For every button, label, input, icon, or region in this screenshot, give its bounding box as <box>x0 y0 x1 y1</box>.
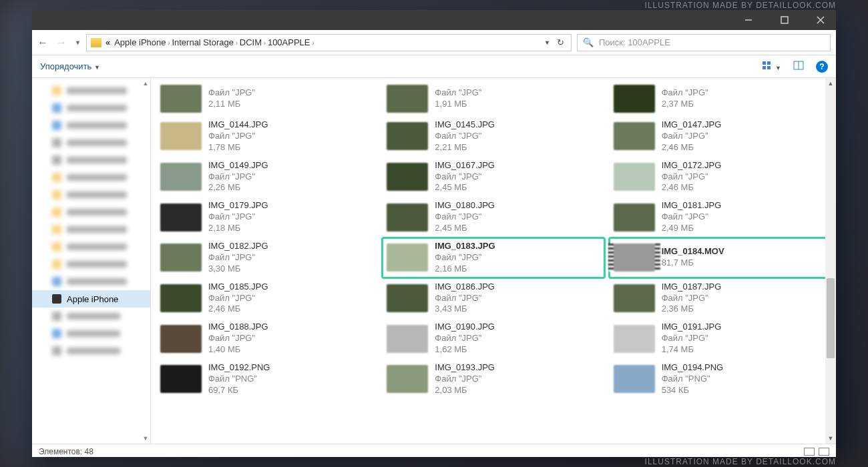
file-item[interactable]: IMG_0182.JPGФайл "JPG"3,30 МБ <box>156 238 377 278</box>
breadcrumb-2[interactable]: DCIM <box>240 37 262 47</box>
file-item[interactable]: IMG_0144.JPGФайл "JPG"1,78 МБ <box>156 117 377 156</box>
file-item[interactable]: IMG_0145.JPGФайл "JPG"2,21 МБ <box>383 117 604 156</box>
file-item[interactable]: Файл "JPG"2,11 МБ <box>156 82 377 115</box>
file-item[interactable]: IMG_0191.JPGФайл "JPG"1,74 МБ <box>610 319 831 358</box>
sidebar-item[interactable] <box>32 308 150 325</box>
file-type: Файл "JPG" <box>435 374 495 385</box>
file-type: Файл "JPG" <box>208 333 268 344</box>
file-name: IMG_0185.JPG <box>208 282 268 293</box>
file-size: 2,37 МБ <box>662 99 708 110</box>
file-item[interactable]: IMG_0167.JPGФайл "JPG"2,45 МБ <box>383 157 604 197</box>
file-type: Файл "JPG" <box>208 87 255 99</box>
file-item[interactable]: Файл "JPG"1,91 МБ <box>383 82 604 115</box>
status-bar: Элементов: 48 <box>32 444 836 458</box>
file-item[interactable]: IMG_0193.JPGФайл "JPG"2,03 МБ <box>383 360 604 399</box>
image-thumbnail <box>160 365 202 393</box>
forward-button[interactable]: → <box>56 37 67 49</box>
back-button[interactable]: ← <box>37 37 48 49</box>
sidebar-item[interactable] <box>32 151 150 169</box>
file-item[interactable]: IMG_0184.MOV81,7 МБ <box>610 238 831 278</box>
file-size: 2,46 МБ <box>662 142 722 153</box>
image-thumbnail <box>614 325 655 353</box>
help-button[interactable]: ? <box>816 61 828 73</box>
file-item[interactable]: IMG_0187.JPGФайл "JPG"2,36 МБ <box>610 279 831 318</box>
file-size: 2,45 МБ <box>435 223 495 234</box>
sidebar-item[interactable] <box>32 342 150 360</box>
refresh-button[interactable]: ↻ <box>557 37 564 47</box>
scroll-thumb[interactable] <box>827 278 835 358</box>
sidebar-item[interactable] <box>32 238 150 256</box>
sidebar-item[interactable] <box>32 99 150 117</box>
image-thumbnail <box>160 122 202 150</box>
image-thumbnail <box>614 284 655 312</box>
scroll-up-button[interactable]: ▲ <box>825 78 836 89</box>
recent-dropdown[interactable]: ▼ <box>75 39 81 46</box>
image-thumbnail <box>160 325 202 353</box>
file-size: 3,30 МБ <box>208 264 268 275</box>
main-scrollbar[interactable]: ▲ ▼ <box>825 78 836 444</box>
thumbnails-view-button[interactable] <box>819 448 829 456</box>
view-options-button[interactable]: ▼ <box>762 61 781 72</box>
file-item[interactable]: IMG_0190.JPGФайл "JPG"1,62 МБ <box>383 319 604 358</box>
sidebar-item[interactable] <box>32 203 150 221</box>
preview-pane-button[interactable] <box>793 61 804 72</box>
file-name: IMG_0186.JPG <box>435 282 495 293</box>
sidebar-item[interactable] <box>32 325 150 342</box>
file-item[interactable]: IMG_0186.JPGФайл "JPG"3,43 МБ <box>383 279 604 318</box>
close-button[interactable] <box>811 10 831 30</box>
minimize-button[interactable] <box>738 10 758 30</box>
sidebar-item[interactable] <box>32 256 150 273</box>
file-name: IMG_0180.JPG <box>435 200 495 211</box>
file-name: IMG_0179.JPG <box>208 200 268 211</box>
sidebar-item[interactable] <box>32 169 150 186</box>
file-item[interactable]: IMG_0181.JPGФайл "JPG"2,49 МБ <box>610 197 831 237</box>
svg-rect-4 <box>763 66 766 69</box>
file-type: Файл "JPG" <box>435 87 481 99</box>
file-size: 1,40 МБ <box>208 344 268 356</box>
file-size: 2,49 МБ <box>662 223 722 234</box>
file-item[interactable]: IMG_0179.JPGФайл "JPG"2,18 МБ <box>156 197 377 237</box>
scroll-down-button[interactable]: ▼ <box>825 433 836 444</box>
file-item[interactable]: IMG_0172.JPGФайл "JPG"2,46 МБ <box>610 157 831 197</box>
file-size: 2,16 МБ <box>435 264 495 275</box>
sidebar-item[interactable] <box>32 134 150 151</box>
file-item[interactable]: IMG_0149.JPGФайл "JPG"2,26 МБ <box>156 157 377 197</box>
organize-menu[interactable]: Упорядочить ▼ <box>40 61 100 71</box>
image-thumbnail <box>387 244 428 272</box>
sidebar-item-apple-iphone[interactable]: Apple iPhone <box>32 290 150 308</box>
file-item[interactable]: IMG_0185.JPGФайл "JPG"2,46 МБ <box>156 279 377 318</box>
breadcrumb-0[interactable]: Apple iPhone <box>114 37 166 47</box>
file-name: IMG_0182.JPG <box>208 241 268 252</box>
breadcrumb-1[interactable]: Internal Storage <box>172 37 234 47</box>
image-thumbnail <box>387 163 428 191</box>
file-type: Файл "JPG" <box>435 252 495 264</box>
addr-dropdown-icon[interactable]: ▼ <box>544 39 550 46</box>
address-bar[interactable]: « Apple iPhone › Internal Storage › DCIM… <box>86 34 572 51</box>
file-item[interactable]: IMG_0183.JPGФайл "JPG"2,16 МБ <box>383 238 604 278</box>
file-type: Файл "JPG" <box>208 211 268 223</box>
file-type: Файл "JPG" <box>208 131 268 142</box>
sidebar-item[interactable] <box>32 221 150 238</box>
sidebar-item[interactable] <box>32 82 150 99</box>
svg-rect-5 <box>767 66 771 69</box>
sidebar-item[interactable] <box>32 273 150 290</box>
file-item[interactable]: Файл "JPG"2,37 МБ <box>610 82 831 115</box>
file-item[interactable]: IMG_0147.JPGФайл "JPG"2,46 МБ <box>610 117 831 156</box>
file-name: IMG_0190.JPG <box>435 322 495 333</box>
file-item[interactable]: IMG_0180.JPGФайл "JPG"2,45 МБ <box>383 197 604 237</box>
file-item[interactable]: IMG_0192.PNGФайл "PNG"69,7 КБ <box>156 360 377 399</box>
file-name: IMG_0192.PNG <box>208 362 270 374</box>
breadcrumb-3[interactable]: 100APPLE <box>268 37 310 47</box>
sidebar-item[interactable] <box>32 186 150 203</box>
file-size: 2,26 МБ <box>208 182 268 193</box>
file-item[interactable]: IMG_0188.JPGФайл "JPG"1,40 МБ <box>156 319 377 358</box>
maximize-button[interactable] <box>775 10 795 30</box>
sidebar-scrollbar[interactable]: ▲▼ <box>141 78 150 444</box>
file-name: IMG_0183.JPG <box>435 241 495 252</box>
details-view-button[interactable] <box>804 448 815 456</box>
sidebar-item[interactable] <box>32 117 150 134</box>
search-input[interactable]: 🔍 Поиск: 100APPLE <box>577 34 831 51</box>
file-item[interactable]: IMG_0194.PNGФайл "PNG"534 КБ <box>610 360 831 399</box>
image-thumbnail <box>387 85 428 113</box>
file-type: Файл "JPG" <box>435 131 495 142</box>
